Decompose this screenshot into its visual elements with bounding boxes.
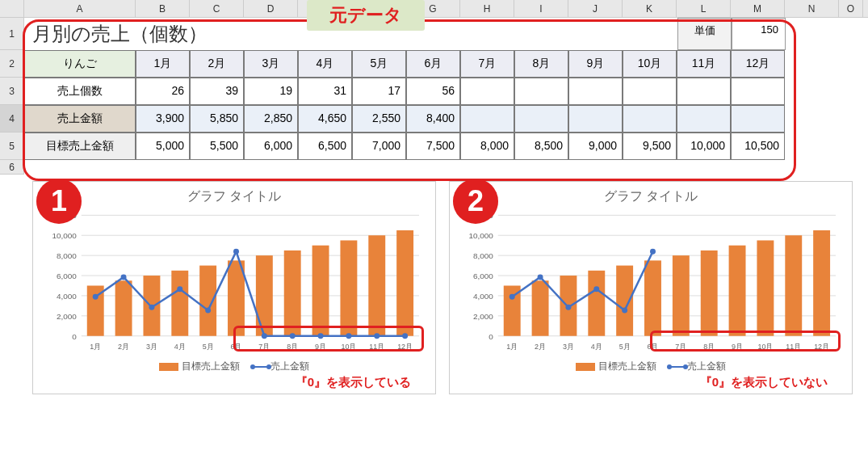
cell[interactable]: 39 <box>190 78 244 105</box>
row-header-2[interactable]: 2 <box>0 50 24 78</box>
row-header-4[interactable]: 4 <box>0 105 24 133</box>
svg-text:5月: 5月 <box>619 343 631 351</box>
svg-point-41 <box>177 286 182 292</box>
cell[interactable] <box>568 105 623 133</box>
cell[interactable] <box>514 78 568 105</box>
cell[interactable]: 8,400 <box>406 105 460 133</box>
cell[interactable]: 3,900 <box>136 105 190 133</box>
row-label-qty[interactable]: 売上個数 <box>24 78 136 105</box>
cell[interactable]: 2,850 <box>244 105 298 133</box>
cell[interactable]: 7,000 <box>352 133 406 160</box>
cell[interactable]: 31 <box>298 78 352 105</box>
svg-rect-72 <box>729 246 746 336</box>
col-header-L[interactable]: L <box>677 0 731 17</box>
cell[interactable]: 1月 <box>136 50 190 78</box>
svg-rect-75 <box>813 230 830 336</box>
chart-1[interactable]: 1 グラフ タイトル 02,0004,0006,0008,00010,00012… <box>32 181 436 394</box>
cell[interactable]: 5,000 <box>136 133 190 160</box>
chart-2-caption: 『0』を表示していない <box>458 375 844 390</box>
cell[interactable]: 17 <box>352 78 406 105</box>
cell[interactable]: 9月 <box>568 50 623 78</box>
cell[interactable]: 7,500 <box>406 133 460 160</box>
column-headers: ABCDEFGHIJKLMNO <box>0 0 868 18</box>
row-label-sales[interactable]: 売上金額 <box>24 105 136 133</box>
svg-text:8月: 8月 <box>287 343 298 351</box>
cell[interactable] <box>514 105 568 133</box>
svg-text:8月: 8月 <box>703 343 715 351</box>
cell[interactable]: 2月 <box>190 50 244 78</box>
col-header-M[interactable]: M <box>731 0 785 17</box>
svg-text:2月: 2月 <box>118 343 129 351</box>
col-header-C[interactable]: C <box>190 0 244 17</box>
col-header-D[interactable]: D <box>244 0 298 17</box>
cell[interactable]: 12月 <box>731 50 785 78</box>
chart-2-title: グラフ タイトル <box>458 188 844 205</box>
cell[interactable]: 2,550 <box>352 105 406 133</box>
svg-text:6月: 6月 <box>647 343 658 351</box>
col-header-I[interactable]: I <box>514 0 568 17</box>
svg-text:5月: 5月 <box>203 343 214 351</box>
cell[interactable]: 9,500 <box>623 133 677 160</box>
table-corner[interactable]: りんご <box>24 50 136 78</box>
cell[interactable]: 8月 <box>514 50 568 78</box>
svg-point-38 <box>93 294 99 300</box>
cell[interactable]: 11月 <box>677 50 731 78</box>
cell[interactable]: 9,000 <box>568 133 623 160</box>
cell[interactable]: 5,500 <box>190 133 244 160</box>
row-header-6[interactable]: 6 <box>0 160 24 175</box>
corner-cell[interactable] <box>0 0 24 17</box>
col-header-O[interactable]: O <box>839 0 863 17</box>
cell[interactable]: 10月 <box>623 50 677 78</box>
svg-text:6月: 6月 <box>230 343 241 351</box>
cell[interactable] <box>677 78 731 105</box>
cell[interactable]: 3月 <box>244 50 298 78</box>
row-header-1[interactable]: 1 <box>0 18 24 50</box>
svg-point-40 <box>149 305 154 310</box>
svg-text:10月: 10月 <box>341 343 356 351</box>
chart-1-legend: 目標売上金額 売上金額 <box>41 360 427 373</box>
cell[interactable] <box>460 78 514 105</box>
cell[interactable]: 6月 <box>406 50 460 78</box>
cell[interactable]: 4,650 <box>298 105 352 133</box>
cell[interactable] <box>677 105 731 133</box>
svg-rect-23 <box>340 240 357 335</box>
svg-rect-65 <box>532 280 549 335</box>
cell[interactable] <box>731 78 785 105</box>
cell[interactable]: 6,500 <box>298 133 352 160</box>
cell[interactable]: 10,000 <box>677 133 731 160</box>
cell[interactable]: 26 <box>136 78 190 105</box>
unit-value[interactable]: 150 <box>732 18 786 50</box>
cell[interactable]: 10,500 <box>731 133 785 160</box>
cell[interactable] <box>623 78 677 105</box>
row-header-3[interactable]: 3 <box>0 78 24 105</box>
col-header-K[interactable]: K <box>623 0 677 17</box>
cell[interactable] <box>568 78 623 105</box>
col-header-J[interactable]: J <box>568 0 623 17</box>
cell[interactable] <box>623 105 677 133</box>
chart-2[interactable]: 2 グラフ タイトル 02,0004,0006,0008,00010,00012… <box>449 181 853 394</box>
cell[interactable] <box>460 105 514 133</box>
col-header-N[interactable]: N <box>785 0 839 17</box>
chart-1-svg: 02,0004,0006,0008,00010,00012,0001月2月3月4… <box>41 210 427 356</box>
col-header-H[interactable]: H <box>460 0 514 17</box>
svg-point-42 <box>205 307 211 313</box>
svg-text:9月: 9月 <box>732 343 743 351</box>
svg-point-43 <box>233 249 239 255</box>
unit-label[interactable]: 単価 <box>677 18 732 50</box>
cell[interactable]: 7月 <box>460 50 514 78</box>
svg-rect-67 <box>588 271 605 336</box>
col-header-B[interactable]: B <box>136 0 190 17</box>
cell[interactable]: 56 <box>406 78 460 105</box>
col-header-A[interactable]: A <box>24 0 136 17</box>
row-label-target[interactable]: 目標売上金額 <box>24 133 136 160</box>
cell[interactable]: 6,000 <box>244 133 298 160</box>
cell[interactable]: 8,000 <box>460 133 514 160</box>
cell[interactable]: 19 <box>244 78 298 105</box>
cell[interactable] <box>731 105 785 133</box>
row-header-5[interactable]: 5 <box>0 133 24 160</box>
svg-rect-71 <box>701 251 718 336</box>
cell[interactable]: 5月 <box>352 50 406 78</box>
cell[interactable]: 4月 <box>298 50 352 78</box>
cell[interactable]: 5,850 <box>190 105 244 133</box>
cell[interactable]: 8,500 <box>514 133 568 160</box>
